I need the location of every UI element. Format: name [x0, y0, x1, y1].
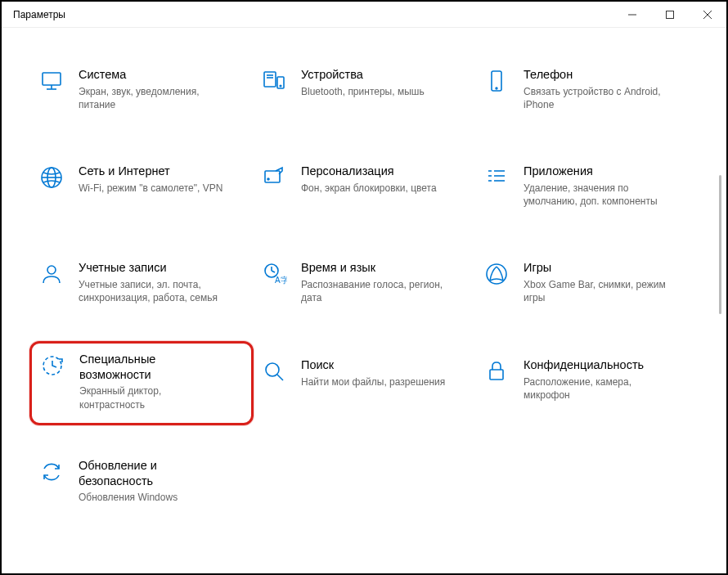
svg-point-18 — [267, 178, 269, 180]
globe-icon — [38, 164, 65, 191]
tile-personalization[interactable]: Персонализация Фон, экран блокировки, цв… — [257, 157, 471, 214]
tile-title: Устройства — [301, 67, 425, 83]
tile-time-language[interactable]: A字 Время и язык Распознавание голоса, ре… — [257, 254, 471, 311]
tile-desc: Расположение, камера, микрофон — [524, 375, 671, 402]
svg-rect-17 — [265, 171, 280, 182]
tile-accounts[interactable]: Учетные записи Учетные записи, эл. почта… — [34, 254, 249, 311]
svg-point-32 — [266, 363, 279, 376]
tile-title: Учетные записи — [79, 260, 226, 276]
person-icon — [38, 260, 65, 288]
gaming-icon — [483, 260, 510, 288]
tile-gaming[interactable]: Игры Xbox Game Bar, снимки, режим игры — [479, 254, 694, 311]
svg-point-13 — [496, 88, 497, 89]
tile-title: Персонализация — [301, 164, 437, 179]
tile-desc: Связать устройство с Android, iPhone — [524, 85, 671, 111]
titlebar: Параметры — [2, 2, 726, 28]
svg-point-9 — [280, 85, 281, 87]
tile-desc: Фон, экран блокировки, цвета — [301, 182, 437, 195]
tile-title: Конфиденциальность — [524, 357, 671, 373]
minimize-button[interactable] — [613, 2, 651, 28]
tile-privacy[interactable]: Конфиденциальность Расположение, камера,… — [479, 351, 694, 412]
tile-desc: Xbox Game Bar, снимки, режим игры — [524, 278, 671, 304]
content-area: Система Экран, звук, уведомления, питани… — [2, 28, 726, 573]
ease-of-access-icon — [38, 352, 66, 380]
window-controls — [613, 2, 726, 27]
svg-rect-4 — [43, 73, 61, 85]
tile-desc: Обновления Windows — [79, 491, 226, 504]
tile-title: Специальные возможности — [79, 352, 227, 383]
tile-desc: Удаление, значения по умолчанию, доп. ко… — [524, 182, 671, 208]
tile-title: Приложения — [524, 164, 671, 179]
svg-rect-7 — [264, 72, 276, 87]
settings-grid: Система Экран, звук, уведомления, питани… — [34, 61, 694, 511]
svg-line-33 — [277, 375, 283, 380]
tile-search[interactable]: Поиск Найти мои файлы, разрешения — [257, 351, 471, 412]
sync-icon — [38, 458, 65, 486]
search-icon — [260, 357, 288, 385]
tile-desc: Bluetooth, принтеры, мышь — [301, 85, 425, 98]
tile-system[interactable]: Система Экран, звук, уведомления, питани… — [34, 61, 249, 118]
tile-title: Игры — [524, 260, 671, 276]
tile-devices[interactable]: Устройства Bluetooth, принтеры, мышь — [257, 61, 471, 118]
tile-desc: Wi-Fi, режим "в самолете", VPN — [79, 182, 222, 195]
clock-globe-icon: A字 — [260, 260, 288, 288]
phone-icon — [483, 67, 510, 95]
tile-network[interactable]: Сеть и Интернет Wi-Fi, режим "в самолете… — [34, 157, 249, 214]
tile-desc: Экранный диктор, контрастность — [79, 384, 227, 411]
tile-apps[interactable]: Приложения Удаление, значения по умолчан… — [479, 157, 694, 214]
svg-rect-34 — [490, 370, 503, 380]
svg-rect-1 — [667, 11, 674, 19]
tile-desc: Экран, звук, уведомления, питание — [79, 85, 226, 111]
tile-phone[interactable]: Телефон Связать устройство с Android, iP… — [479, 61, 694, 118]
tile-title: Обновление и безопасность — [79, 458, 226, 489]
tile-ease-of-access[interactable]: Специальные возможности Экранный диктор,… — [29, 341, 254, 425]
close-button[interactable] — [689, 2, 726, 28]
maximize-button[interactable] — [651, 2, 689, 28]
tile-update-security[interactable]: Обновление и безопасность Обновления Win… — [34, 451, 249, 511]
tile-title: Поиск — [301, 357, 445, 373]
paint-icon — [260, 164, 288, 191]
apps-icon — [483, 164, 510, 191]
tile-desc: Учетные записи, эл. почта, синхронизация… — [79, 278, 226, 304]
svg-text:A字: A字 — [275, 276, 287, 285]
svg-point-25 — [47, 266, 56, 274]
tile-title: Сеть и Интернет — [79, 164, 222, 179]
lock-icon — [483, 357, 510, 385]
tile-title: Система — [79, 67, 226, 83]
svg-line-28 — [272, 271, 275, 272]
tile-title: Время и язык — [301, 260, 448, 276]
scrollbar[interactable] — [719, 175, 721, 314]
window-title: Параметры — [13, 9, 65, 20]
tile-title: Телефон — [524, 67, 671, 83]
tile-desc: Найти мои файлы, разрешения — [301, 375, 445, 389]
system-icon — [38, 67, 65, 95]
tile-desc: Распознавание голоса, регион, дата — [301, 278, 448, 304]
devices-icon — [260, 67, 288, 95]
